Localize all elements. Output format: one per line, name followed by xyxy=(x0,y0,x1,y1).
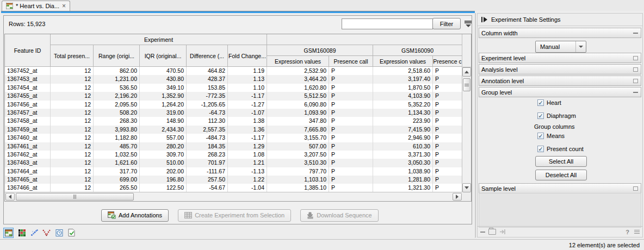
filter-input[interactable] xyxy=(342,18,433,29)
checkbox-icon[interactable]: ✓ xyxy=(537,146,544,152)
download-sequence-button[interactable]: Download Sequence xyxy=(300,209,379,222)
table-row[interactable]: 1367454_at12536.50349.10153.851.101,620.… xyxy=(5,84,462,92)
table-row[interactable]: 1367452_at12862.00470.50464.821.192,532.… xyxy=(5,67,462,75)
col-header-difference[interactable]: Difference (... xyxy=(187,45,228,67)
col-header-fold-change[interactable]: Fold Change... xyxy=(228,45,267,67)
vertical-scroll-thumb[interactable] xyxy=(463,78,470,91)
col-header-presence-call-2[interactable]: Presence c xyxy=(433,56,462,67)
col-header-feature-id[interactable]: Feature ID xyxy=(5,34,51,67)
collapse-section-icon[interactable] xyxy=(633,33,638,34)
checkbox-icon[interactable]: ✓ xyxy=(537,112,544,119)
create-experiment-button[interactable]: Create Experiment from Selection xyxy=(178,209,291,222)
col-group-gsm160089[interactable]: GSM160089 xyxy=(267,45,373,56)
table-row[interactable]: 1367466_at12265.50122.50-54.67-1.041,385… xyxy=(5,184,462,192)
select-all-button[interactable]: Select All xyxy=(535,156,587,167)
table-cell: 202.00 xyxy=(140,167,187,176)
table-cell: 148.90 xyxy=(140,117,187,125)
table-row[interactable]: 1367453_at121,231.00430.80428.371.133,46… xyxy=(5,75,462,83)
table-row[interactable]: 1367463_at121,621.60510.00701.971.213,51… xyxy=(5,159,462,167)
view-switcher xyxy=(3,227,76,238)
col-header-range[interactable]: Range (origi... xyxy=(94,45,140,67)
col-header-expression-values-1[interactable]: Expression values xyxy=(267,56,329,67)
filter-button[interactable]: Filter xyxy=(432,18,461,29)
table-row[interactable]: 1367461_at12485.70280.20184.351.29507.00… xyxy=(5,142,462,151)
table-cell: P xyxy=(329,126,373,134)
table-view-icon[interactable] xyxy=(3,228,14,238)
table-cell: 1,093.90 xyxy=(267,109,329,117)
sidebar-header: Experiment Table Settings xyxy=(478,14,642,26)
horizontal-scrollbar[interactable] xyxy=(5,192,462,201)
table-cell: P xyxy=(329,67,373,75)
section-sample-level[interactable]: Sample level xyxy=(479,183,641,193)
checkbox-diaphragm[interactable]: ✓ Diaphragm xyxy=(537,112,576,119)
table-row[interactable]: 1367465_at12699.00196.80257.501.221,103.… xyxy=(5,176,462,184)
table-cell: P xyxy=(433,126,462,134)
collapse-all-icon[interactable] xyxy=(480,232,485,233)
table-row[interactable]: 1367459_at123,993.802,434.302,557.351.36… xyxy=(5,126,462,134)
expand-section-icon[interactable] xyxy=(633,79,638,83)
help-icon[interactable]: ? xyxy=(626,229,629,235)
expand-section-icon[interactable] xyxy=(633,186,638,191)
table-cell: 1.36 xyxy=(228,126,267,134)
tab-heart-vs-diaphragm[interactable]: * Heart vs. Dia... × xyxy=(2,1,70,11)
table-cell: 1.21 xyxy=(228,159,267,167)
report-view-icon[interactable] xyxy=(67,228,76,238)
checkbox-heart[interactable]: ✓ Heart xyxy=(537,99,561,106)
expand-section-icon[interactable] xyxy=(633,56,638,60)
col-header-presence-call-1[interactable]: Presence call xyxy=(329,56,373,67)
col-group-samples xyxy=(267,34,462,45)
checkbox-icon[interactable]: ✓ xyxy=(537,99,544,106)
collapse-section-icon[interactable] xyxy=(633,92,638,93)
expand-section-icon[interactable] xyxy=(633,67,638,72)
table-cell: -54.67 xyxy=(187,184,228,192)
section-analysis-level[interactable]: Analysis level xyxy=(479,64,641,74)
col-group-gsm160090[interactable]: GSM160090 xyxy=(373,45,462,56)
col-group-experiment[interactable]: Experiment xyxy=(51,34,267,45)
table-cell: 1.13 xyxy=(228,75,267,83)
deselect-all-button[interactable]: Deselect All xyxy=(535,170,587,180)
table-row[interactable]: 1367456_at122,095.501,264.20-1,205.65-1.… xyxy=(5,101,462,109)
heatmap-view-icon[interactable] xyxy=(17,228,26,238)
col-header-total-present[interactable]: Total presen... xyxy=(51,45,94,67)
table-cell: 470.50 xyxy=(140,67,187,75)
sidebar-title: Experiment Table Settings xyxy=(491,16,561,23)
table-cell: 2,095.50 xyxy=(94,101,140,109)
scroll-down-icon[interactable] xyxy=(462,183,471,192)
col-header-iqr[interactable]: IQR (original... xyxy=(140,45,187,67)
collapse-sidebar-icon[interactable] xyxy=(481,17,487,22)
section-group-level[interactable]: Group level xyxy=(479,87,641,97)
section-column-width[interactable]: Column width xyxy=(479,28,641,38)
table-row[interactable]: 1367460_at121,182.80557.00-484.73-1.173,… xyxy=(5,134,462,142)
table-cell: 1367453_at xyxy=(5,75,51,83)
advanced-filter-icon[interactable] xyxy=(465,20,472,28)
vertical-scrollbar[interactable] xyxy=(462,34,471,192)
add-annotations-button[interactable]: Add Annotations xyxy=(101,209,169,222)
volcano-plot-view-icon[interactable] xyxy=(42,228,51,238)
table-row[interactable]: 1367464_at12317.70202.00-111.67-1.13797.… xyxy=(5,167,462,176)
section-annotation-level[interactable]: Annotation level xyxy=(479,76,641,86)
checkbox-present-count[interactable]: ✓ Present count xyxy=(537,146,584,152)
table-cell: 280.20 xyxy=(140,142,187,151)
column-width-select[interactable]: Manual xyxy=(535,41,586,53)
checkbox-icon[interactable]: ✓ xyxy=(537,133,544,139)
dock-icon[interactable] xyxy=(499,229,506,235)
horizontal-scroll-thumb[interactable] xyxy=(16,193,134,201)
checkbox-means[interactable]: ✓ Means xyxy=(537,133,565,139)
scroll-up-icon[interactable] xyxy=(462,67,471,77)
table-cell: 1367461_at xyxy=(5,142,51,151)
panel-divider[interactable] xyxy=(475,13,476,238)
view-settings-menu-icon[interactable] xyxy=(634,229,640,235)
scatter-plot-view-icon[interactable] xyxy=(29,228,39,238)
scroll-left-icon[interactable] xyxy=(5,193,15,201)
table-row[interactable]: 1367457_at12508.20319.00-64.73-1.071,093… xyxy=(5,109,462,117)
table-row[interactable]: 1367455_at122,196.201,352.90-772.35-1.17… xyxy=(5,92,462,100)
scroll-right-icon[interactable] xyxy=(453,193,462,201)
table-row[interactable]: 1367458_at12268.30148.90112.301.38347.80… xyxy=(5,117,462,125)
history-view-icon[interactable] xyxy=(54,228,64,238)
col-header-expression-values-2[interactable]: Expression values xyxy=(373,56,433,67)
table-cell: 12 xyxy=(51,134,94,142)
section-experiment-level[interactable]: Experiment level xyxy=(479,53,641,63)
tab-close-icon[interactable]: × xyxy=(62,3,66,9)
table-row[interactable]: 1367462_at121,032.50309.70268.231.083,20… xyxy=(5,151,462,159)
folder-icon[interactable] xyxy=(488,229,496,235)
